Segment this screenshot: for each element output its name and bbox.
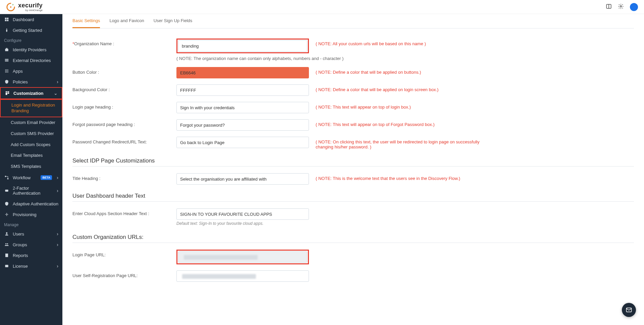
sidebar-item-2fa[interactable]: 2-Factor Authentication ›	[0, 183, 62, 198]
gear-icon[interactable]	[618, 3, 624, 10]
sub-item-sms-templates[interactable]: SMS Templates	[0, 161, 62, 172]
sidebar-item-external-directories[interactable]: External Directories	[0, 55, 62, 66]
chevron-right-icon: ›	[57, 175, 58, 180]
svg-point-32	[7, 243, 8, 245]
sidebar-label: Reports	[13, 253, 58, 258]
svg-point-17	[6, 71, 7, 71]
redacted-value	[182, 274, 256, 279]
svg-rect-34	[5, 265, 8, 267]
sidebar-item-reports[interactable]: Reports	[0, 250, 62, 261]
forgot-heading-input[interactable]	[176, 119, 309, 131]
sub-item-email-provider[interactable]: Custom Email Provider	[0, 117, 62, 128]
tab-basic-settings[interactable]: Basic Settings	[72, 14, 100, 28]
chevron-down-icon: ⌄	[54, 90, 58, 96]
svg-rect-28	[5, 190, 8, 192]
title-heading-input[interactable]	[176, 173, 309, 185]
svg-rect-24	[6, 93, 7, 95]
sidebar: Dashboard Getting Started Configure Iden…	[0, 14, 62, 325]
svg-point-14	[6, 69, 7, 70]
groups-icon	[4, 242, 9, 247]
svg-point-16	[5, 71, 6, 71]
sub-item-custom-scopes[interactable]: Add Custom Scopes	[0, 139, 62, 150]
tab-signup-fields[interactable]: User Sign Up Fields	[154, 14, 193, 28]
svg-rect-5	[7, 18, 9, 19]
svg-point-29	[6, 214, 7, 215]
sidebar-label: Dashboard	[13, 17, 58, 22]
sidebar-item-getting-started[interactable]: Getting Started	[0, 25, 62, 36]
bg-color-input[interactable]	[176, 84, 309, 96]
mail-icon	[626, 307, 632, 313]
sidebar-item-license[interactable]: License ›	[0, 261, 62, 271]
panel-icon[interactable]	[606, 3, 612, 10]
sidebar-label: Users	[13, 232, 53, 237]
sidebar-item-adaptive-auth[interactable]: Adaptive Authentication	[0, 198, 62, 209]
header-actions	[606, 3, 638, 11]
login-url-input[interactable]	[178, 251, 307, 263]
login-heading-input[interactable]	[176, 102, 309, 113]
svg-rect-8	[5, 49, 8, 51]
avatar[interactable]	[630, 3, 638, 11]
svg-point-0	[10, 6, 11, 7]
sidebar-label: Groups	[13, 242, 53, 247]
svg-rect-22	[6, 91, 7, 92]
workflow-icon	[4, 175, 9, 180]
sidebar-item-workflow[interactable]: Workflow BETA ›	[0, 172, 62, 183]
logo-icon	[6, 2, 15, 12]
urls-section-heading: Custom Organization URLs:	[72, 234, 634, 241]
rocket-icon	[4, 27, 9, 33]
sidebar-item-policies[interactable]: Policies ›	[0, 76, 62, 87]
beta-badge: BETA	[41, 175, 52, 180]
sidebar-item-identity-providers[interactable]: Identity Providers	[0, 44, 62, 55]
logo-sub-text: by miniOrange	[18, 9, 43, 12]
svg-rect-33	[5, 254, 8, 257]
sidebar-item-apps[interactable]: Apps	[0, 66, 62, 76]
sidebar-label: Identity Providers	[13, 47, 58, 52]
idp-icon	[4, 47, 9, 52]
sub-item-sms-provider[interactable]: Custom SMS Provider	[0, 128, 62, 139]
button-color-input[interactable]	[176, 67, 309, 78]
svg-rect-6	[5, 20, 7, 21]
sidebar-item-customization[interactable]: Customization ⌄	[0, 87, 62, 99]
sidebar-label: Policies	[13, 79, 53, 84]
section-divider	[72, 243, 634, 243]
svg-point-13	[5, 69, 6, 70]
sidebar-section-manage: Manage	[0, 220, 62, 229]
sidebar-section-configure: Configure	[0, 36, 62, 44]
provisioning-icon	[4, 212, 9, 217]
chevron-right-icon: ›	[57, 188, 58, 193]
sub-item-email-templates[interactable]: Email Templates	[0, 150, 62, 161]
bg-color-note: ( NOTE: Define a color that will be appl…	[316, 84, 490, 92]
sub-item-login-branding[interactable]: Login and Registration Branding	[0, 99, 62, 117]
sidebar-label: Workflow	[13, 175, 37, 180]
chat-fab[interactable]	[622, 303, 636, 317]
pwd-redirect-input[interactable]	[176, 137, 309, 148]
bg-color-label: Background Color :	[72, 84, 170, 92]
cloud-apps-label: Enter Cloud Apps Section Header Text :	[72, 208, 170, 216]
svg-point-30	[6, 233, 8, 234]
sidebar-label: 2-Factor Authentication	[13, 186, 53, 196]
cloud-apps-input[interactable]	[176, 208, 309, 220]
selfreg-url-input[interactable]	[176, 270, 309, 282]
svg-rect-26	[5, 176, 6, 177]
settings-tabs: Basic Settings Logo and Favicon User Sig…	[72, 14, 634, 28]
main-content: Basic Settings Logo and Favicon User Sig…	[62, 14, 644, 325]
tab-logo-favicon[interactable]: Logo and Favicon	[109, 14, 144, 28]
svg-point-31	[5, 243, 6, 245]
chevron-right-icon: ›	[57, 231, 58, 237]
svg-point-21	[7, 72, 8, 72]
sidebar-item-dashboard[interactable]: Dashboard	[0, 14, 62, 25]
button-color-note: ( NOTE: Define a color that will be appl…	[316, 67, 490, 75]
sidebar-label: Getting Started	[13, 28, 58, 33]
svg-point-19	[5, 72, 6, 72]
button-color-label: Button Color :	[72, 67, 170, 75]
login-heading-label: Login page heading :	[72, 102, 170, 110]
policies-icon	[4, 79, 9, 84]
sidebar-item-groups[interactable]: Groups ›	[0, 239, 62, 250]
forgot-heading-note: ( NOTE: This text will appear on top of …	[316, 119, 490, 127]
sidebar-item-provisioning[interactable]: Provisioning	[0, 209, 62, 220]
logo[interactable]: xecurify by miniOrange	[6, 2, 43, 12]
sidebar-item-users[interactable]: Users ›	[0, 229, 62, 239]
redacted-value	[184, 255, 258, 260]
org-name-input[interactable]	[178, 40, 307, 52]
section-divider	[72, 166, 634, 167]
